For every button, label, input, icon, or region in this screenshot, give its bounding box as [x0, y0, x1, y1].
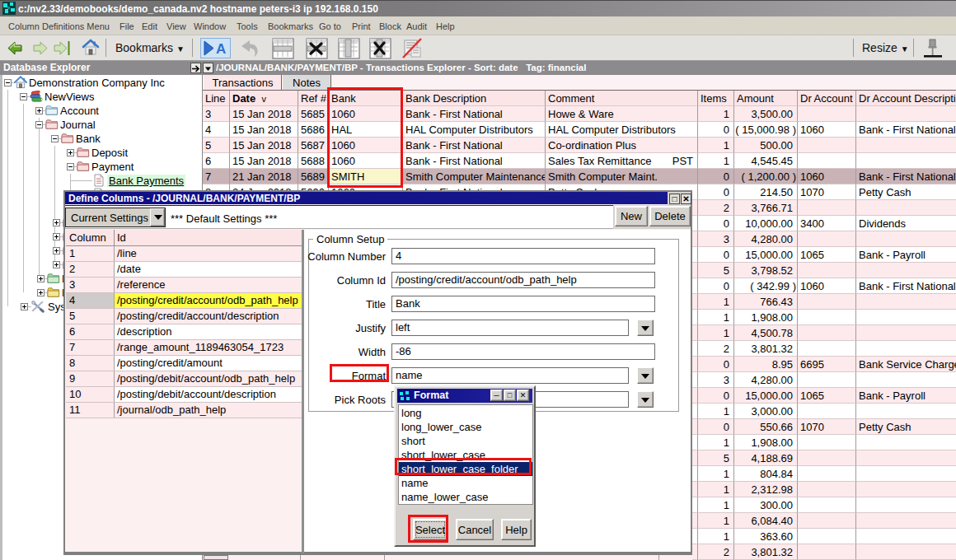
svg-text:A: A	[216, 41, 226, 57]
